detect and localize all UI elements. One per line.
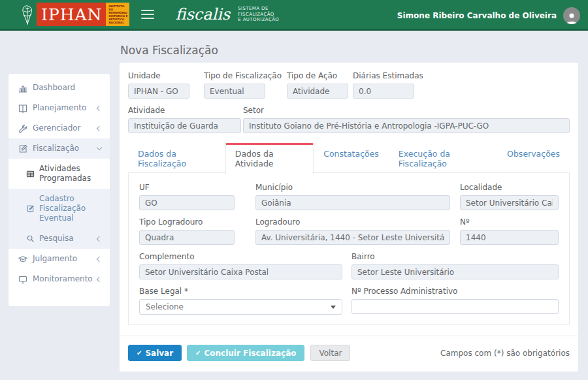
sidebar: Dashboard Planejamento Gerenciador Fisca… xyxy=(8,74,110,306)
field-label: Nº xyxy=(460,217,559,227)
iphan-logo-subtext: Instituto do Patrimônio Histórico e Artí… xyxy=(106,3,129,26)
user-name: Simone Ribeiro Carvalho de Oliveira xyxy=(397,11,557,20)
sidebar-item-planejamento[interactable]: Planejamento xyxy=(8,98,110,118)
chevron-left-icon xyxy=(97,236,102,241)
sidebar-item-fiscalizacao[interactable]: Fiscalização xyxy=(8,138,110,159)
concluir-fiscalizacao-button[interactable]: ✔ Concluir Fiscalização xyxy=(187,345,304,361)
sidebar-item-cadastro-fiscalizacao-eventual[interactable]: Cadastro Fiscalização Eventual xyxy=(8,189,110,229)
sidebar-item-monitoramento[interactable]: Monitoramento xyxy=(8,269,110,289)
complemento-input xyxy=(139,264,342,279)
check-icon: ✔ xyxy=(137,350,142,356)
app-subtitle-line: e Autorização xyxy=(238,17,279,23)
field-base-legal: Base Legal * Selecione xyxy=(139,287,342,315)
field-logradouro: Logradouro xyxy=(255,217,450,245)
book-icon xyxy=(18,104,27,113)
field-tipo-acao: Tipo de Ação xyxy=(287,71,348,99)
pane-row-4: Base Legal * Selecione Nº Processo Admin… xyxy=(139,287,559,315)
panel-divider xyxy=(120,336,578,336)
tab-constatacoes[interactable]: Constatações xyxy=(314,143,389,173)
voltar-button[interactable]: Voltar xyxy=(310,345,350,361)
chevron-left-icon xyxy=(97,256,102,261)
app-subtitle-line: Fiscalização xyxy=(238,12,279,18)
localidade-input xyxy=(460,195,559,210)
sidebar-item-label: Atividades Programadas xyxy=(39,164,103,183)
pane-row-1: UF Município Localidade xyxy=(139,183,559,210)
field-label: UF xyxy=(139,183,235,192)
field-diarias: Diárias Estimadas xyxy=(353,71,414,99)
tab-dados-da-atividade[interactable]: Dados da Atividade xyxy=(225,143,314,174)
field-bairro: Bairro xyxy=(351,252,559,279)
field-tipo-fiscalizacao: Tipo de Fiscalização xyxy=(204,71,265,99)
app-subtitle-line: Sistema de xyxy=(238,6,279,12)
base-legal-selected-value: Selecione xyxy=(146,302,184,311)
field-tipo-logradouro: Tipo Logradouro xyxy=(139,217,235,245)
tipo-fiscalizacao-input xyxy=(204,84,265,99)
field-label: Atividade xyxy=(128,106,241,115)
pane-row-2: Tipo Logradouro Logradouro Nº xyxy=(139,217,559,245)
sidebar-item-dashboard[interactable]: Dashboard xyxy=(8,78,110,98)
sidebar-item-label: Dashboard xyxy=(33,83,103,93)
field-numero: Nº xyxy=(460,217,559,245)
user-menu[interactable]: Simone Ribeiro Carvalho de Oliveira xyxy=(397,0,580,31)
field-label: Bairro xyxy=(351,252,559,261)
summary-row-2: Atividade Setor xyxy=(128,106,570,133)
tab-execucao-da-fiscalizacao[interactable]: Execução da Fiscalização xyxy=(389,143,497,173)
base-legal-select[interactable]: Selecione xyxy=(139,299,342,315)
sidebar-item-label: Pesquisa xyxy=(39,234,97,244)
numero-input xyxy=(460,230,559,245)
field-unidade: Unidade xyxy=(128,71,189,99)
tab-dados-da-fiscalizacao[interactable]: Dados da Fiscalização xyxy=(128,143,225,173)
sidebar-item-gerenciador[interactable]: Gerenciador xyxy=(8,118,110,138)
caret-down-icon xyxy=(331,306,336,309)
field-label: Logradouro xyxy=(255,217,450,227)
tipo-logradouro-input xyxy=(139,230,235,245)
chevron-left-icon xyxy=(97,105,102,110)
salvar-button[interactable]: ✔ Salvar xyxy=(128,345,182,361)
field-processo-administrativo: Nº Processo Administrativo xyxy=(351,287,559,315)
sidebar-item-label: Planejamento xyxy=(33,103,97,113)
field-label: Complemento xyxy=(139,252,342,261)
field-complemento: Complemento xyxy=(139,252,342,279)
app-subtitle: Sistema de Fiscalização e Autorização xyxy=(238,6,279,23)
check-icon: ✔ xyxy=(195,350,201,356)
municipio-input xyxy=(255,195,450,210)
sidebar-item-label: Cadastro Fiscalização Eventual xyxy=(39,194,103,223)
processo-administrativo-input[interactable] xyxy=(351,299,559,314)
concluir-button-label: Concluir Fiscalização xyxy=(204,349,296,357)
iphan-logo-text: IPHAN xyxy=(37,3,106,26)
unidade-input xyxy=(128,84,189,99)
chevron-left-icon xyxy=(97,125,102,131)
field-label: Nº Processo Administrativo xyxy=(351,287,559,296)
sidebar-item-julgamento[interactable]: Julgamento xyxy=(8,249,110,269)
tab-observacoes[interactable]: Observações xyxy=(497,143,570,173)
uf-input xyxy=(139,195,235,210)
logradouro-input xyxy=(255,230,450,245)
field-label: Município xyxy=(255,183,450,192)
sidebar-item-atividades-programadas[interactable]: Atividades Programadas xyxy=(8,159,110,189)
tab-pane-dados-da-atividade: UF Município Localidade Tipo Logradouro xyxy=(128,172,570,325)
chevron-left-icon xyxy=(97,276,102,281)
chevron-down-icon xyxy=(97,145,102,150)
iphan-logo[interactable]: IPHAN Instituto do Patrimônio Histórico … xyxy=(20,2,129,27)
required-fields-note: Campos com (*) são obrigatórios xyxy=(440,349,570,358)
wrench-icon xyxy=(18,124,27,133)
tab-bar: Dados da Fiscalização Dados da Atividade… xyxy=(128,143,570,173)
tipo-acao-input xyxy=(287,84,348,99)
field-municipio: Município xyxy=(255,183,450,210)
sidebar-item-pesquisa[interactable]: Pesquisa xyxy=(8,229,110,249)
monitor-icon xyxy=(18,275,27,284)
bar-chart-icon xyxy=(18,84,27,93)
pencil-square-icon xyxy=(26,204,35,213)
menu-toggle-icon[interactable] xyxy=(141,7,154,22)
field-label: Tipo de Ação xyxy=(287,71,348,80)
graduation-cap-icon xyxy=(18,255,27,264)
sidebar-item-label: Gerenciador xyxy=(33,123,97,133)
page-title: Nova Fiscalização xyxy=(120,44,578,57)
user-avatar-icon[interactable] xyxy=(563,7,580,24)
iphan-emblem-icon xyxy=(20,3,35,25)
diarias-input xyxy=(353,84,414,99)
main-panel: Nova Fiscalização Unidade Tipo de Fiscal… xyxy=(120,31,578,380)
field-label: Diárias Estimadas xyxy=(353,71,414,80)
field-uf: UF xyxy=(139,183,235,210)
bairro-input xyxy=(351,264,559,279)
